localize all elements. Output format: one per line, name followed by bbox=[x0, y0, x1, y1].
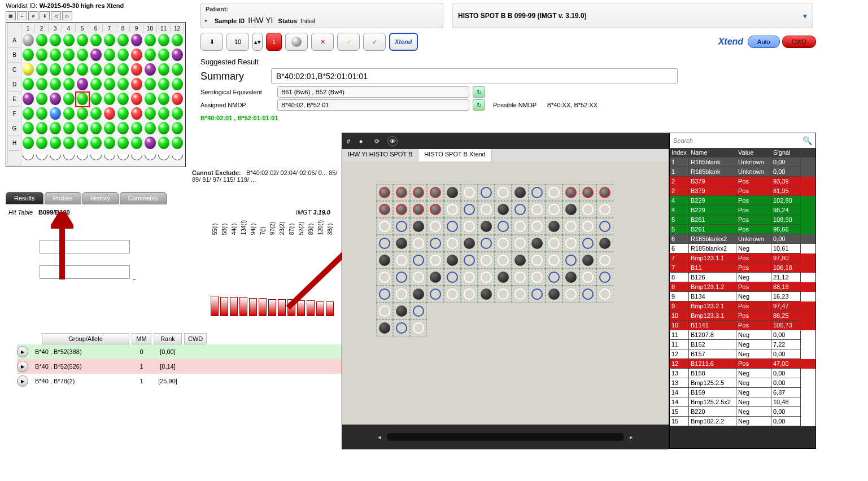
well[interactable] bbox=[157, 63, 171, 77]
cwd-button[interactable]: CWD bbox=[782, 36, 816, 48]
well[interactable] bbox=[62, 33, 76, 48]
spot-cell[interactable] bbox=[579, 235, 596, 252]
spot-cell[interactable] bbox=[376, 320, 393, 336]
signal-row[interactable]: 14B159Neg6,87 bbox=[670, 388, 815, 397]
spot-cell[interactable] bbox=[410, 201, 427, 218]
well[interactable] bbox=[171, 48, 184, 63]
spot-cell[interactable] bbox=[376, 201, 393, 218]
tab-results[interactable]: Results bbox=[6, 192, 43, 204]
spot-cell[interactable] bbox=[529, 286, 546, 303]
well[interactable] bbox=[130, 92, 143, 107]
signal-body[interactable]: 1R185blankUnknown0,001R185blankUnknown0,… bbox=[670, 158, 815, 448]
spot-cell[interactable] bbox=[579, 269, 596, 286]
spot-cell[interactable] bbox=[376, 235, 393, 252]
signal-row[interactable]: 11B152Neg7,22 bbox=[670, 340, 815, 349]
spot-cell[interactable] bbox=[393, 252, 410, 269]
well[interactable] bbox=[157, 92, 171, 107]
well[interactable] bbox=[21, 48, 35, 63]
spot-cell[interactable] bbox=[546, 286, 562, 303]
well[interactable] bbox=[35, 121, 49, 136]
spot-cell[interactable] bbox=[529, 184, 546, 201]
well[interactable] bbox=[157, 107, 171, 121]
well[interactable] bbox=[49, 48, 62, 63]
well[interactable] bbox=[35, 33, 49, 48]
patient-dropdown-icon[interactable]: ▾ bbox=[204, 18, 207, 24]
spot-cell[interactable] bbox=[529, 252, 546, 269]
spot-cell[interactable] bbox=[444, 320, 461, 336]
signal-row[interactable]: 5B261Pos108,90 bbox=[670, 215, 815, 225]
well[interactable] bbox=[35, 136, 49, 151]
spot-cell[interactable] bbox=[546, 252, 562, 269]
spot-cell[interactable] bbox=[393, 235, 410, 252]
col-mm[interactable]: MM bbox=[132, 333, 151, 344]
spot-cell[interactable] bbox=[529, 218, 546, 235]
spot-cell[interactable] bbox=[478, 201, 495, 218]
well[interactable] bbox=[130, 33, 143, 48]
spot-cell[interactable] bbox=[478, 235, 495, 252]
spot-cell[interactable] bbox=[495, 252, 512, 269]
well[interactable] bbox=[76, 33, 89, 48]
well[interactable] bbox=[21, 77, 35, 92]
view-grid-icon[interactable]: ▦ bbox=[6, 11, 16, 20]
well[interactable] bbox=[49, 136, 62, 151]
spot-cell[interactable] bbox=[461, 269, 478, 286]
signal-row[interactable]: 12B157Neg0,00 bbox=[670, 349, 815, 359]
well[interactable] bbox=[76, 77, 89, 92]
spot-cell[interactable] bbox=[546, 218, 562, 235]
spot-cell[interactable] bbox=[546, 320, 562, 336]
signal-row[interactable]: 6R185blankx2Unknown0,00 bbox=[670, 234, 815, 244]
spot-cell[interactable] bbox=[461, 303, 478, 320]
well[interactable] bbox=[103, 63, 116, 77]
prev-icon[interactable]: ◁ bbox=[51, 11, 61, 20]
col-value[interactable]: Value bbox=[736, 148, 771, 158]
spot-cell[interactable] bbox=[427, 252, 444, 269]
maybe-button[interactable]: ✓ bbox=[337, 33, 360, 51]
well[interactable] bbox=[116, 107, 130, 121]
spot-cell[interactable] bbox=[427, 201, 444, 218]
spot-cell[interactable] bbox=[393, 303, 410, 320]
expand-icon[interactable]: ▶ bbox=[17, 346, 28, 357]
well[interactable] bbox=[76, 121, 89, 136]
spot-cell[interactable] bbox=[495, 269, 512, 286]
spot-cell[interactable] bbox=[546, 184, 562, 201]
well[interactable] bbox=[49, 77, 62, 92]
signal-row[interactable]: 13B158Neg0,00 bbox=[670, 369, 815, 378]
viewer-eye-icon[interactable]: 👁 bbox=[387, 136, 398, 146]
signal-row[interactable]: 11B1207.8Neg0,00 bbox=[670, 330, 815, 340]
spot-cell[interactable] bbox=[562, 218, 579, 235]
well[interactable] bbox=[171, 63, 184, 77]
spot-cell[interactable] bbox=[512, 184, 529, 201]
spot-cell[interactable] bbox=[546, 303, 562, 320]
spot-cell[interactable] bbox=[512, 286, 529, 303]
well[interactable] bbox=[157, 77, 171, 92]
well[interactable] bbox=[130, 77, 143, 92]
well[interactable] bbox=[21, 33, 35, 48]
spot-cell[interactable] bbox=[579, 320, 596, 336]
tab-probes[interactable]: Probes bbox=[45, 192, 81, 204]
spot-cell[interactable] bbox=[444, 269, 461, 286]
spot-cell[interactable] bbox=[461, 320, 478, 336]
spot-cell[interactable] bbox=[562, 269, 579, 286]
viewer-dot-icon[interactable]: ● bbox=[356, 136, 366, 146]
spot-cell[interactable] bbox=[562, 201, 579, 218]
well[interactable] bbox=[49, 92, 62, 107]
well[interactable] bbox=[62, 63, 76, 77]
filter-input-1[interactable] bbox=[40, 240, 130, 253]
spot-cell[interactable] bbox=[495, 286, 512, 303]
next-icon[interactable]: ▷ bbox=[62, 11, 72, 20]
spot-cell[interactable] bbox=[596, 320, 613, 336]
col-index[interactable]: Index bbox=[670, 148, 689, 158]
spot-cell[interactable] bbox=[376, 269, 393, 286]
spot-cell[interactable] bbox=[579, 286, 596, 303]
spot-cell[interactable] bbox=[427, 184, 444, 201]
spot-cell[interactable] bbox=[461, 235, 478, 252]
signal-row[interactable]: 7Bmp123.1.1Pos97,80 bbox=[670, 253, 815, 263]
col-group-allele[interactable]: Group/Allele bbox=[42, 333, 129, 344]
well[interactable] bbox=[171, 33, 184, 48]
spot-cell[interactable] bbox=[461, 218, 478, 235]
spot-cell[interactable] bbox=[495, 218, 512, 235]
well[interactable] bbox=[35, 92, 49, 107]
filter-input-2[interactable] bbox=[40, 265, 130, 279]
spot-cell[interactable] bbox=[444, 235, 461, 252]
sero-refresh-icon[interactable]: ↻ bbox=[473, 86, 485, 98]
